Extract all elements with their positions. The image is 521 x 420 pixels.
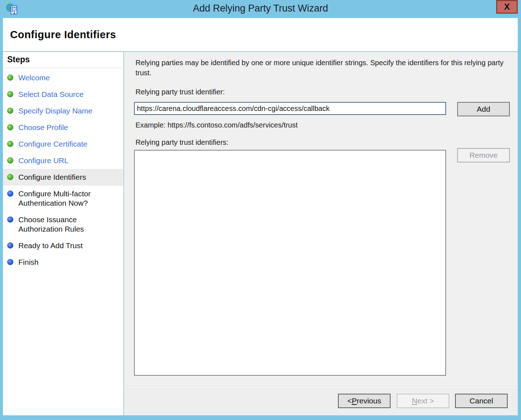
step-item-choose-profile[interactable]: Choose Profile (3, 119, 123, 136)
identifier-field-label: Relying party trust identifier: (135, 88, 225, 96)
step-current-icon (7, 174, 13, 180)
step-completed-icon (7, 141, 13, 147)
step-item-welcome[interactable]: Welcome (3, 70, 123, 86)
step-item-choose-issuance-rules: Choose Issuance Authorization Rules (3, 211, 123, 237)
step-completed-icon (7, 75, 13, 81)
steps-sidebar: Steps Welcome Select Data Source Specify… (3, 52, 124, 415)
step-item-configure-identifiers: Configure Identifiers (3, 169, 123, 186)
steps-separator (4, 68, 122, 68)
step-item-configure-multi-factor: Configure Multi-factor Authentication No… (3, 186, 123, 211)
identifiers-listbox[interactable] (134, 150, 446, 376)
window-title: Add Relying Party Trust Wizard (0, 3, 521, 14)
page-header: Configure Identifiers (3, 18, 518, 52)
identifiers-list-label: Relying party trust identifiers: (135, 138, 228, 147)
step-item-specify-display-name[interactable]: Specify Display Name (3, 103, 123, 119)
step-pending-icon (7, 216, 13, 223)
step-pending-icon (7, 259, 13, 265)
close-icon: X (504, 2, 510, 12)
footer-bar: < Previous Next > Cancel (124, 387, 518, 415)
step-completed-icon (7, 91, 13, 97)
steps-list: Welcome Select Data Source Specify Displ… (3, 70, 123, 271)
step-pending-icon (7, 242, 13, 249)
step-pending-icon (7, 191, 13, 197)
identifier-input[interactable] (134, 102, 446, 115)
main-panel: Relying parties may be identified by one… (124, 52, 518, 387)
intro-text: Relying parties may be identified by one… (135, 58, 512, 78)
step-item-configure-certificate[interactable]: Configure Certificate (3, 136, 123, 152)
step-completed-icon (7, 157, 13, 164)
close-button[interactable]: X (496, 0, 518, 14)
step-completed-icon (7, 108, 13, 114)
add-button[interactable]: Add (457, 102, 510, 116)
titlebar: Add Relying Party Trust Wizard X (0, 0, 521, 18)
step-item-configure-url[interactable]: Configure URL (3, 152, 123, 169)
page-title: Configure Identifiers (3, 29, 116, 41)
example-text: Example: https://fs.contoso.com/adfs/ser… (135, 121, 298, 129)
steps-heading: Steps (3, 52, 123, 64)
next-button[interactable]: Next > (397, 394, 449, 408)
step-item-ready-to-add-trust: Ready to Add Trust (3, 237, 123, 254)
cancel-button[interactable]: Cancel (455, 394, 508, 408)
step-item-finish: Finish (3, 254, 123, 271)
remove-button[interactable]: Remove (457, 148, 510, 162)
step-completed-icon (7, 124, 13, 130)
previous-button[interactable]: < Previous (338, 394, 391, 408)
step-item-select-data-source[interactable]: Select Data Source (3, 86, 123, 103)
